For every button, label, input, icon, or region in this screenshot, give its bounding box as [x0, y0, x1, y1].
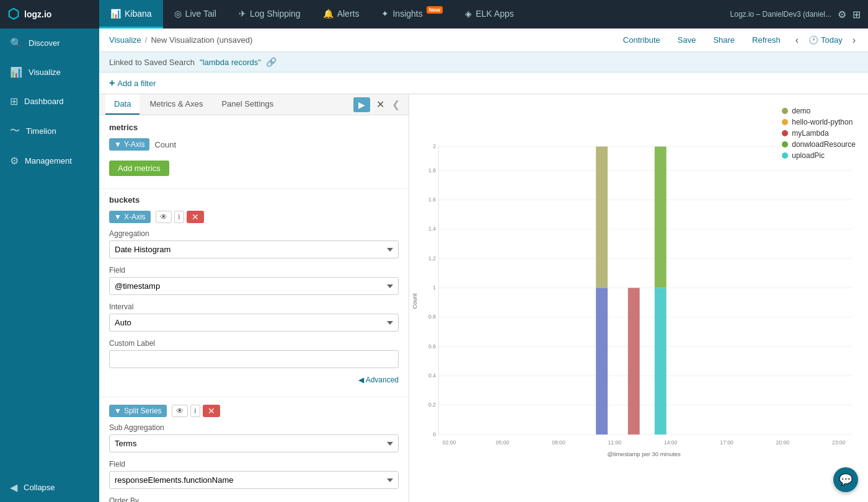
info-button[interactable]: i: [174, 211, 185, 223]
top-navigation: ⬡ logz.io 📊 Kibana ◎ Live Tail ✈ Log Shi…: [0, 0, 868, 29]
nav-tab-logshipping[interactable]: ✈ Log Shipping: [228, 0, 312, 29]
link-icon[interactable]: 🔗: [266, 57, 277, 67]
add-filter-button[interactable]: + Add a filter: [109, 77, 156, 89]
breadcrumb-visualize[interactable]: Visualize: [109, 35, 141, 45]
logo[interactable]: ⬡ logz.io: [0, 0, 99, 29]
nav-tab-insights[interactable]: ✦ Insights New: [370, 0, 454, 29]
breadcrumb-sep: /: [145, 35, 148, 45]
split-field-select[interactable]: responseElements.functionName: [109, 471, 399, 489]
nav-tab-alerts[interactable]: 🔔 Alerts: [312, 0, 371, 29]
timelion-icon: 〜: [10, 125, 20, 138]
split-label: Split Series: [124, 407, 162, 415]
delete-split-button[interactable]: ✕: [203, 405, 220, 417]
svg-text:20:00: 20:00: [776, 439, 790, 446]
eye-button[interactable]: 👁: [156, 211, 172, 223]
tab-data[interactable]: Data: [105, 94, 140, 115]
prev-arrow-button[interactable]: ‹: [793, 35, 801, 46]
y-axis-badge[interactable]: ▼ Y-Axis: [109, 138, 149, 151]
sidebar-item-visualize[interactable]: 📊 Visualize: [0, 58, 99, 87]
legend-item-mylambda: myLambda: [782, 129, 856, 138]
svg-text:0.8: 0.8: [428, 314, 436, 320]
panel-collapse-arrow[interactable]: ❮: [389, 99, 402, 110]
x-axis-badge[interactable]: ▼ X-Axis: [109, 211, 151, 223]
breadcrumb: Visualize / New Visualization (unsaved): [109, 35, 252, 45]
bar-demo: [596, 146, 608, 288]
custom-label-label: Custom Label: [109, 339, 399, 348]
add-filter-label: Add a filter: [117, 79, 156, 88]
nav-tab-livetail[interactable]: ◎ Live Tail: [163, 0, 228, 29]
alerts-icon: 🔔: [323, 9, 334, 19]
nav-tab-elkapps[interactable]: ◈ ELK Apps: [454, 0, 525, 29]
plus-icon: +: [109, 77, 115, 89]
legend-dot-donwload: [782, 141, 788, 148]
kibana-label: Kibana: [125, 9, 152, 19]
user-info[interactable]: Logz.io – DanielDev3 (daniel...: [730, 10, 831, 19]
sub-aggregation-select[interactable]: Terms Filters Range: [109, 434, 399, 452]
sidebar-item-discover[interactable]: 🔍 Discover: [0, 29, 99, 58]
buckets-title: buckets: [109, 195, 399, 205]
x-axis-label: X-Axis: [124, 213, 146, 221]
refresh-button[interactable]: Refresh: [747, 33, 786, 47]
svg-text:11:00: 11:00: [608, 439, 622, 446]
tab-panel-settings[interactable]: Panel Settings: [213, 94, 282, 115]
main-content: Visualize / New Visualization (unsaved) …: [99, 29, 868, 502]
sidebar-collapse[interactable]: ◀ Collapse: [0, 473, 99, 502]
logo-icon: ⬡: [7, 6, 19, 22]
metrics-title: metrics: [109, 123, 399, 132]
split-info-button[interactable]: i: [190, 405, 201, 417]
field-select[interactable]: @timestamp: [109, 277, 399, 295]
management-icon: ⚙: [10, 155, 19, 167]
next-arrow-button[interactable]: ›: [850, 35, 858, 46]
filter-bar: + Add a filter: [99, 73, 868, 94]
contribute-button[interactable]: Contribute: [618, 33, 665, 47]
save-button[interactable]: Save: [673, 33, 701, 47]
today-button[interactable]: 🕐 Today: [808, 35, 843, 45]
nav-tab-kibana[interactable]: 📊 Kibana: [99, 0, 163, 29]
custom-label-input[interactable]: [109, 350, 399, 368]
legend-label-uploadpic: uploadPic: [792, 151, 825, 160]
interval-label: Interval: [109, 302, 399, 311]
close-panel-button[interactable]: ✕: [373, 97, 388, 112]
sidebar-item-label-management: Management: [25, 156, 72, 165]
legend-item-uploadpic: uploadPic: [782, 151, 856, 160]
y-axis-row: ▼ Y-Axis Count: [109, 138, 399, 151]
legend-item-demo: demo: [782, 107, 856, 115]
sidebar-item-management[interactable]: ⚙ Management: [0, 146, 99, 175]
legend-dot-demo: [782, 108, 788, 114]
linked-search-bar: Linked to Saved Search "lambda records" …: [99, 52, 868, 73]
alerts-label: Alerts: [337, 9, 360, 19]
y-axis-label: Count: [411, 293, 418, 309]
tab-metrics-axes[interactable]: Metrics & Axes: [141, 94, 211, 115]
metrics-section: metrics ▼ Y-Axis Count Add metrics: [99, 115, 409, 188]
today-label: Today: [821, 35, 843, 45]
x-axis-arrow: ▼: [114, 213, 122, 221]
bar-uploadpic: [655, 288, 666, 434]
interval-select[interactable]: Auto Millisecond Second Minute: [109, 314, 399, 332]
chart-svg: Count 0 0.2 0.4 0.6: [409, 100, 868, 502]
legend-dot-mylambda: [782, 130, 788, 136]
delete-x-axis-button[interactable]: ✕: [187, 211, 204, 223]
sub-aggregation-label: Sub Aggregation: [109, 423, 399, 432]
aggregation-select[interactable]: Date Histogram Histogram Range Terms: [109, 240, 399, 258]
svg-text:1.6: 1.6: [428, 196, 436, 203]
legend-item-donwload: donwloadResource: [782, 140, 856, 149]
run-button[interactable]: ▶: [353, 97, 370, 112]
order-by-label: Order By: [109, 496, 399, 502]
logshipping-label: Log Shipping: [250, 9, 301, 19]
linked-search-name[interactable]: "lambda records": [200, 58, 261, 67]
chat-bubble[interactable]: 💬: [833, 467, 858, 492]
expand-icon[interactable]: ⊞: [852, 9, 861, 20]
sidebar-item-dashboard[interactable]: ⊞ Dashboard: [0, 87, 99, 116]
svg-text:08:00: 08:00: [552, 439, 565, 446]
sidebar-item-timelion[interactable]: 〜 Timelion: [0, 116, 99, 146]
share-button[interactable]: Share: [708, 33, 740, 47]
advanced-link[interactable]: Advanced: [109, 376, 399, 384]
interval-group: Interval Auto Millisecond Second Minute: [109, 302, 399, 332]
insights-icon: ✦: [381, 9, 389, 19]
gear-icon[interactable]: ⚙: [838, 9, 846, 20]
tab-actions: ▶ ✕: [353, 97, 388, 112]
split-eye-button[interactable]: 👁: [172, 405, 188, 417]
order-by-group: Order By metric: Count: [109, 496, 399, 502]
split-series-badge[interactable]: ▼ Split Series: [109, 405, 167, 417]
add-metrics-button[interactable]: Add metrics: [109, 161, 169, 176]
